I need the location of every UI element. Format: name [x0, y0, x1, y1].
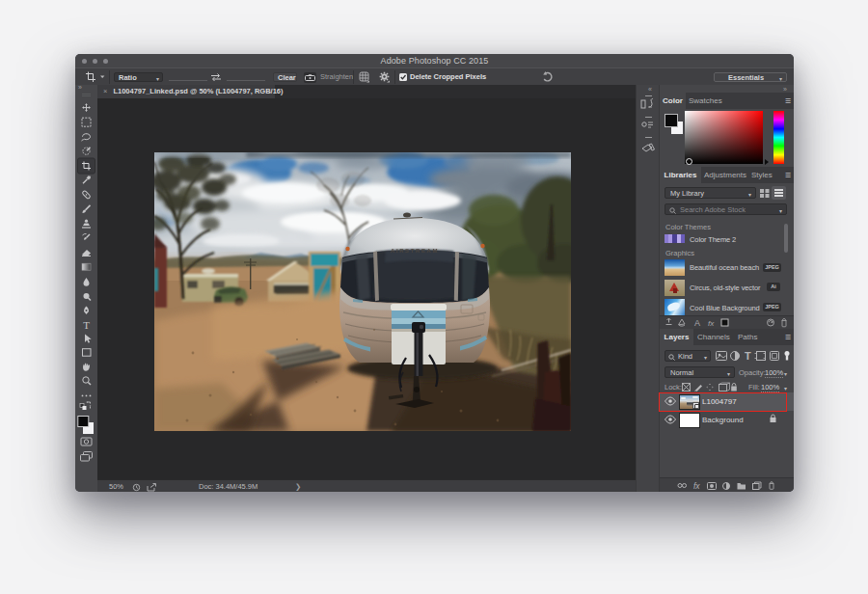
- svg-text:T: T: [745, 350, 751, 362]
- svg-text:A: A: [694, 318, 700, 328]
- svg-text:T: T: [83, 319, 90, 331]
- svg-text:AIRSTREAM: AIRSTREAM: [391, 248, 439, 254]
- svg-text:fx: fx: [693, 481, 700, 491]
- svg-text:fx: fx: [708, 319, 715, 328]
